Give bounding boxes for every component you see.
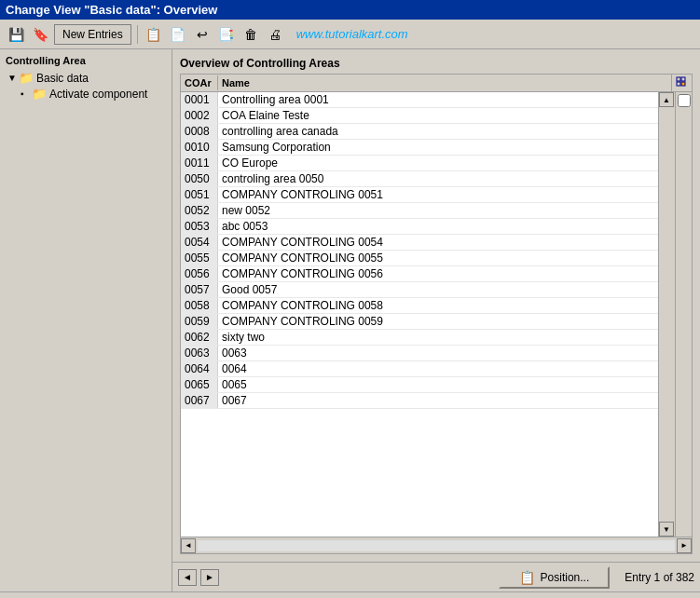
table-row[interactable]: 00640064 — [181, 361, 658, 377]
table-row[interactable]: 0002COA Elaine Teste — [181, 108, 658, 124]
table-row[interactable]: 0057Good 0057 — [181, 282, 658, 298]
cell-name: 0063 — [218, 346, 658, 360]
folder-icon-activate: 📁 — [32, 87, 47, 101]
cell-coar: 0001 — [181, 92, 218, 107]
table-row[interactable]: 0052new 0052 — [181, 203, 658, 219]
sidebar-label-basic-data: Basic data — [36, 72, 89, 85]
move-icon[interactable]: 📑 — [216, 24, 237, 45]
cell-coar: 0062 — [181, 330, 218, 345]
cell-coar: 0055 — [181, 251, 218, 265]
cell-name: COMPANY CONTROLING 0054 — [218, 235, 658, 250]
header-coar: COAr — [181, 75, 218, 90]
cell-name: COMPANY CONTROLING 0055 — [218, 251, 658, 265]
cell-name: 0064 — [218, 361, 658, 376]
print-icon[interactable]: 🖨 — [265, 24, 285, 45]
table-body-area: 0001Controlling area 00010002COA Elaine … — [181, 92, 692, 537]
nav-left-button[interactable]: ◄ — [178, 569, 197, 586]
delete-icon[interactable]: 🗑 — [240, 24, 261, 45]
cell-name: new 0052 — [218, 203, 658, 218]
entry-count: Entry 1 of 382 — [625, 571, 694, 584]
position-label: Position... — [541, 571, 590, 584]
cell-coar: 0054 — [181, 235, 218, 250]
table-row[interactable]: 0008controlling area canada — [181, 124, 658, 140]
watermark: www.tutorialkart.com — [296, 27, 408, 41]
cell-name: 0065 — [218, 377, 658, 392]
toolbar: 💾 🔖 New Entries 📋 📄 ↩ 📑 🗑 🖨 www.tutorial… — [0, 20, 700, 49]
cell-name: CO Europe — [218, 156, 658, 170]
scroll-down-button[interactable]: ▼ — [659, 522, 674, 537]
select-checkbox[interactable] — [678, 94, 691, 107]
cell-coar: 0056 — [181, 266, 218, 281]
table-row[interactable]: 0059COMPANY CONTROLING 0059 — [181, 314, 658, 330]
table-row[interactable]: 0051COMPANY CONTROLING 0051 — [181, 187, 658, 203]
cell-coar: 0051 — [181, 187, 218, 202]
undo-icon[interactable]: ↩ — [192, 24, 213, 45]
checkbox-area — [675, 92, 692, 537]
cell-coar: 0057 — [181, 282, 218, 297]
tree-arrow-activate: ▪ — [21, 88, 30, 99]
separator-1 — [137, 25, 138, 44]
cell-name: controling area 0050 — [218, 171, 658, 186]
save-icon[interactable]: 💾 — [6, 24, 26, 45]
scroll-left-button[interactable]: ◄ — [181, 538, 196, 553]
svg-rect-0 — [677, 77, 680, 81]
cell-name: COMPANY CONTROLING 0051 — [218, 187, 658, 202]
cell-name: COA Elaine Teste — [218, 108, 658, 123]
cell-coar: 0050 — [181, 171, 218, 186]
sidebar-title: Controlling Area — [0, 53, 172, 70]
content-panel: Overview of Controlling Areas COAr Name — [172, 49, 700, 591]
svg-rect-3 — [681, 82, 685, 86]
status-bar — [0, 591, 700, 598]
scroll-up-button[interactable]: ▲ — [659, 92, 674, 107]
table-row[interactable]: 00670067 — [181, 393, 658, 409]
cell-coar: 0064 — [181, 361, 218, 376]
tree-arrow-basic-data: ▼ — [7, 73, 17, 83]
new-entries-button[interactable]: New Entries — [54, 24, 131, 45]
cell-name: COMPANY CONTROLING 0059 — [218, 314, 658, 329]
position-button[interactable]: 📋 Position... — [499, 566, 611, 589]
copy-icon[interactable]: 📋 — [144, 24, 164, 45]
sidebar-item-activate-component[interactable]: ▪ 📁 Activate component — [0, 86, 172, 102]
title-bar: Change View "Basic data": Overview — [0, 0, 700, 20]
grid-settings-icon[interactable] — [671, 75, 692, 91]
nav-right-button[interactable]: ► — [200, 569, 219, 586]
table-row[interactable]: 0062sixty two — [181, 330, 658, 346]
table-scroll[interactable]: 0001Controlling area 00010002COA Elaine … — [181, 92, 658, 537]
table-row[interactable]: 00650065 — [181, 377, 658, 393]
table-row[interactable]: 00630063 — [181, 346, 658, 361]
table-row[interactable]: 0010Samsung Corporation — [181, 140, 658, 156]
horizontal-scrollbar[interactable]: ◄ ► — [181, 537, 692, 553]
vertical-scrollbar[interactable]: ▲ ▼ — [658, 92, 675, 537]
main-area: Controlling Area ▼ 📁 Basic data ▪ 📁 Acti… — [0, 49, 700, 591]
cell-coar: 0063 — [181, 346, 218, 360]
shortcut-icon[interactable]: 🔖 — [30, 24, 50, 45]
scroll-right-button[interactable]: ► — [677, 538, 692, 553]
cell-coar: 0058 — [181, 298, 218, 313]
table-row[interactable]: 0011CO Europe — [181, 156, 658, 171]
cell-name: sixty two — [218, 330, 658, 345]
table-row[interactable]: 0058COMPANY CONTROLING 0058 — [181, 298, 658, 314]
paste-icon[interactable]: 📄 — [168, 24, 188, 45]
table-row[interactable]: 0054COMPANY CONTROLING 0054 — [181, 235, 658, 251]
cell-name: 0067 — [218, 393, 658, 408]
cell-name: abc 0053 — [218, 219, 658, 234]
cell-coar: 0067 — [181, 393, 218, 408]
cell-coar: 0059 — [181, 314, 218, 329]
table-row[interactable]: 0056COMPANY CONTROLING 0056 — [181, 266, 658, 282]
cell-name: Good 0057 — [218, 282, 658, 297]
content-area: Overview of Controlling Areas COAr Name — [172, 49, 700, 562]
table-wrapper: COAr Name 0001Contro — [180, 74, 693, 554]
table-row[interactable]: 0053abc 0053 — [181, 219, 658, 235]
cell-name: COMPANY CONTROLING 0056 — [218, 266, 658, 281]
table-row[interactable]: 0050controling area 0050 — [181, 171, 658, 187]
sidebar-item-basic-data[interactable]: ▼ 📁 Basic data — [0, 70, 172, 86]
cell-name: Controlling area 0001 — [218, 92, 658, 107]
header-name: Name — [218, 75, 671, 90]
bottom-nav: ◄ ► — [178, 569, 219, 586]
table-row[interactable]: 0001Controlling area 0001 — [181, 92, 658, 108]
sidebar: Controlling Area ▼ 📁 Basic data ▪ 📁 Acti… — [0, 49, 172, 591]
table-row[interactable]: 0055COMPANY CONTROLING 0055 — [181, 251, 658, 266]
cell-coar: 0052 — [181, 203, 218, 218]
cell-coar: 0011 — [181, 156, 218, 170]
cell-name: controlling area canada — [218, 124, 658, 139]
